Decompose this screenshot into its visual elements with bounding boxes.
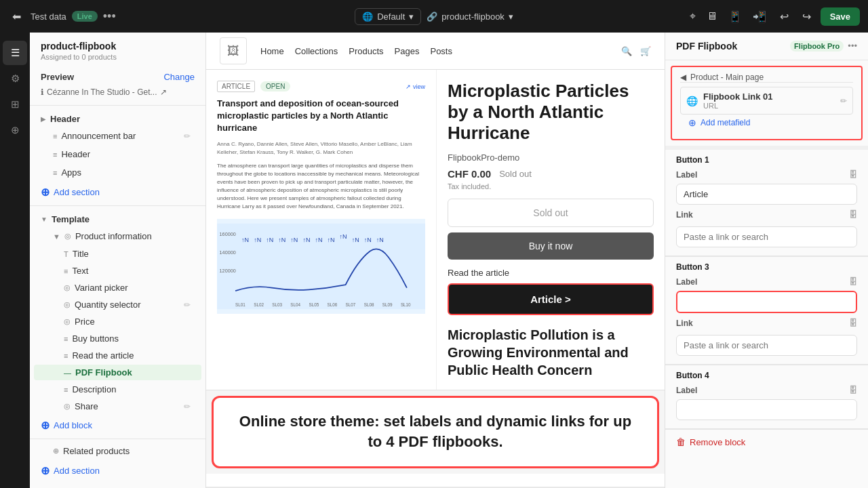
banner-overlay: Online store theme: set labels and dynam… <box>212 396 659 469</box>
button1-label-input[interactable] <box>676 184 857 205</box>
article-badge-row: ARTICLE OPEN ↗ view <box>217 81 425 92</box>
right-panel-title: PDF Flipbook <box>676 41 737 52</box>
button3-label-input[interactable] <box>676 291 857 313</box>
breadcrumb-row: ◀ Product - Main page <box>680 73 853 83</box>
right-panel-icons: Flipbook Pro ••• <box>790 41 857 52</box>
tree-item-share[interactable]: ◎ Share ✏ <box>34 399 201 414</box>
buy-now-button[interactable]: Buy it now <box>448 232 654 260</box>
button1-link-input[interactable] <box>676 226 857 247</box>
undo-button[interactable]: ↩ <box>776 7 793 26</box>
button3-link-input[interactable] <box>676 335 857 356</box>
nav-collections[interactable]: Collections <box>295 46 338 56</box>
dots-icon-right[interactable]: ••• <box>848 41 857 52</box>
sidebar-icon-settings[interactable]: ⚙ <box>3 66 27 91</box>
divider-2 <box>30 205 205 206</box>
add-section-label-1: Add section <box>54 187 100 197</box>
tree-item-label-quantity: Quantity selector <box>75 300 141 310</box>
url-display[interactable]: 🔗 product-flipbook ▾ <box>427 12 513 22</box>
panel-header: product-flipbook Assigned to 0 products <box>30 33 205 66</box>
desktop-icon[interactable]: 🖥 <box>703 7 722 25</box>
preview-row: Preview Change <box>30 66 205 87</box>
save-button[interactable]: Save <box>821 7 860 26</box>
tree-item-description[interactable]: ≡ Description <box>34 382 201 397</box>
nav-home[interactable]: Home <box>260 46 284 56</box>
tree-item-quantity[interactable]: ◎ Quantity selector ✏ <box>34 297 201 312</box>
sold-out-button[interactable]: Sold out <box>448 199 654 227</box>
back-button[interactable]: ⬅ <box>8 7 25 26</box>
svg-text:SL05: SL05 <box>309 302 319 306</box>
tree-item-pdf-flipbook[interactable]: — PDF Flipbook <box>34 365 201 380</box>
view-icons: ⌖ 🖥 📱 📲 <box>686 7 770 26</box>
panel-title: product-flipbook <box>41 41 195 52</box>
tree-item-label-price: Price <box>75 317 95 327</box>
tree-item-price[interactable]: ◎ Price <box>34 314 201 329</box>
globe-icon-link: 🌐 <box>686 96 698 106</box>
link-text-3: Link <box>676 319 693 328</box>
cursor-icon[interactable]: ⌖ <box>686 7 700 25</box>
svg-text:↑N: ↑N <box>364 236 372 243</box>
svg-text:↑N: ↑N <box>278 236 285 243</box>
collapse-icon-product: ▼ <box>53 232 60 241</box>
tree-item-product-info[interactable]: ▼ ◎ Product information <box>34 228 201 245</box>
mobile-icon[interactable]: 📲 <box>749 7 770 26</box>
right-panel: PDF Flipbook Flipbook Pro ••• ◀ Product … <box>665 33 868 488</box>
more-options-button[interactable]: ••• <box>103 9 116 24</box>
sidebar-icon-layers[interactable]: ☰ <box>3 41 27 65</box>
nav-posts[interactable]: Posts <box>430 46 452 56</box>
tree-item-left-product: ▼ ◎ Product information <box>53 231 152 241</box>
article-button[interactable]: Article > <box>448 283 654 315</box>
tablet-icon[interactable]: 📱 <box>724 7 746 26</box>
tree-item-variant[interactable]: ◎ Variant picker <box>34 280 201 296</box>
section-header-header[interactable]: ▶ Header <box>30 108 205 127</box>
section-header-template[interactable]: ▼ Template <box>30 209 205 227</box>
add-section-button-1[interactable]: ⊕ Add section <box>30 182 205 203</box>
redo-button[interactable]: ↪ <box>798 7 815 26</box>
svg-text:SL07: SL07 <box>346 302 356 306</box>
tree-item-header[interactable]: ≡ Header <box>34 146 201 163</box>
left-sidebar: ☰ ⚙ ⊞ ⊕ <box>0 33 30 488</box>
svg-text:120000: 120000 <box>220 268 236 274</box>
tree-item-apps[interactable]: ≡ Apps <box>34 164 201 181</box>
product-title: Microplastic Particles by a North Atlant… <box>448 81 654 144</box>
remove-block-button[interactable]: 🗑 Remove block <box>665 430 868 454</box>
cart-icon[interactable]: 🛒 <box>640 46 651 56</box>
tax-text: Tax included. <box>448 182 654 190</box>
sidebar-icon-grid[interactable]: ⊞ <box>3 92 27 117</box>
tree-item-related[interactable]: ⊕ Related products <box>34 443 201 460</box>
add-section-button-2[interactable]: ⊕ Add section <box>30 460 205 481</box>
tree-item-buy-buttons[interactable]: ≡ Buy buttons <box>34 331 201 346</box>
search-icon[interactable]: 🔍 <box>621 46 632 56</box>
preview-sub: ℹ Cézanne In The Studio - Get... ↗ <box>30 87 205 102</box>
nav-products[interactable]: Products <box>349 46 383 56</box>
tree-item-title[interactable]: T Title <box>34 246 201 262</box>
tree-item-announcement[interactable]: ≡ Announcement bar ✏ <box>34 127 201 144</box>
tree-item-label-read: Read the article <box>72 350 134 361</box>
button4-label-input[interactable] <box>676 399 857 420</box>
back-arrow[interactable]: ◀ <box>680 73 686 82</box>
flipbook-link-item[interactable]: 🌐 Flipbook Link 01 URL ✏ <box>680 87 853 115</box>
article-link[interactable]: ↗ view <box>406 83 425 90</box>
add-metafield-button[interactable]: ⊕ Add metafield <box>680 115 853 134</box>
add-block-button[interactable]: ⊕ Add block <box>30 415 205 436</box>
t-icon: T <box>64 250 68 258</box>
article-body: The atmosphere can transport large quant… <box>217 162 425 211</box>
product-price: CHF 0.00 <box>448 168 491 180</box>
add-section-label-2: Add section <box>54 466 100 476</box>
article-title: Transport and deposition of ocean-source… <box>217 98 425 135</box>
nav-pages[interactable]: Pages <box>395 46 420 56</box>
wave-chart: 160000 140000 120000 ↑N↑N ↑N↑N ↑N↑N ↑N↑N… <box>217 219 425 314</box>
tree-item-left-desc: ≡ Description <box>64 384 116 394</box>
change-link[interactable]: Change <box>163 72 195 82</box>
globe-icon: 🌐 <box>362 12 373 22</box>
domain-selector[interactable]: 🌐 Default ▾ <box>355 8 421 25</box>
tree-item-read-article[interactable]: ≡ Read the article <box>34 348 201 363</box>
button3-link-row: Link 🗄 <box>676 319 857 328</box>
svg-text:SL10: SL10 <box>401 302 411 306</box>
flipbook-link-name: Flipbook Link 01 <box>703 92 773 102</box>
info-icon: ℹ <box>41 87 44 97</box>
circle-icon: ◎ <box>64 232 71 241</box>
sidebar-icon-apps[interactable]: ⊕ <box>3 118 27 142</box>
svg-text:↑N: ↑N <box>328 236 335 243</box>
tree-item-text[interactable]: ≡ Text <box>34 263 201 279</box>
product-column: Microplastic Particles by a North Atlant… <box>437 70 665 390</box>
